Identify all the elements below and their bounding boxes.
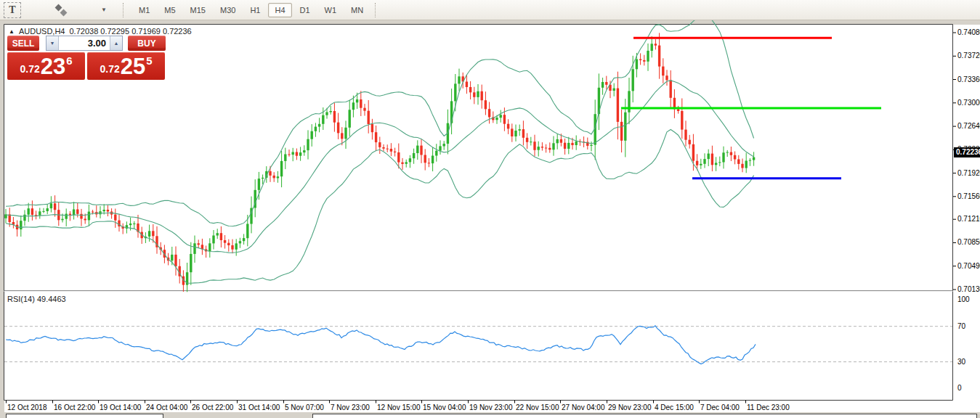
chart-header: ▲ AUDUSD,H4 0.72038 0.72295 0.71969 0.72… — [9, 27, 192, 36]
rsi-axis-label: 30 — [957, 358, 965, 366]
collapse-chart-icon[interactable]: ▲ — [9, 28, 15, 35]
spin-up-icon: ▲ — [114, 41, 119, 46]
price-axis-label: 0.71560 — [957, 192, 980, 200]
rsi-axis-label: 100 — [957, 295, 970, 303]
timeframe-button-m1[interactable]: M1 — [132, 3, 156, 17]
date-axis-label: 31 Oct 14:00 — [238, 403, 280, 411]
rsi-indicator-label: RSI(14) 49.4463 — [7, 295, 66, 303]
toolbar-separator — [123, 3, 127, 17]
buy-price-prefix: 0.72 — [100, 63, 119, 75]
arrows-icon — [55, 4, 62, 11]
minimized-window-bar[interactable] — [6, 414, 163, 418]
sell-price-pip: 6 — [66, 54, 72, 67]
chart-frame — [4, 25, 953, 401]
axis-ticks — [7, 33, 957, 403]
volume-input[interactable] — [59, 36, 110, 50]
buy-button[interactable]: BUY — [128, 36, 166, 51]
volume-decrease-button[interactable]: ▼ — [46, 36, 59, 50]
price-axis-label: 0.73720 — [957, 52, 980, 60]
date-axis-label: 29 Nov 23:00 — [608, 403, 652, 411]
sell-button[interactable]: SELL — [7, 36, 39, 51]
date-axis-label: 27 Nov 04:00 — [562, 403, 605, 411]
price-axis-label: 0.70490 — [957, 262, 980, 270]
price-axis-label: 0.70130 — [957, 285, 980, 293]
timeframe-toolbar: M1M5M15M30H1H4D1W1MN — [131, 3, 370, 17]
bottom-window-strip — [0, 412, 980, 418]
buy-price-pip: 5 — [146, 54, 152, 67]
date-axis-label: 12 Nov 15:00 — [377, 403, 421, 411]
timeframe-button-h4[interactable]: H4 — [268, 3, 291, 17]
price-axis-label: 0.70850 — [957, 238, 980, 246]
buy-price-button[interactable]: 0.72 25 5 — [87, 52, 165, 80]
timeframe-button-m5[interactable]: M5 — [158, 3, 182, 17]
buy-button-label: BUY — [137, 38, 155, 49]
timeframe-button-m15[interactable]: M15 — [184, 3, 212, 17]
buy-price-big: 25 — [121, 56, 145, 78]
spin-down-icon: ▼ — [50, 41, 55, 46]
price-axis-label: 0.72640 — [957, 122, 980, 130]
timeframe-button-m30[interactable]: M30 — [214, 3, 242, 17]
date-axis-label: 5 Nov 07:00 — [285, 403, 324, 411]
date-axis-label: 19 Nov 23:00 — [469, 403, 513, 411]
price-axis-label: 0.74080 — [957, 28, 980, 36]
sell-price-prefix: 0.72 — [20, 63, 39, 75]
minimized-window-bar[interactable] — [312, 414, 977, 418]
date-axis-label: 22 Nov 15:00 — [516, 403, 559, 411]
toolbar: T ▼ M1M5M15M30H1H4D1W1MN — [0, 0, 980, 20]
date-axis-label: 7 Nov 23:00 — [331, 403, 370, 411]
arrows-icon — [60, 9, 68, 16]
date-axis-label: 16 Oct 22:00 — [54, 403, 95, 411]
date-axis-label: 7 Dec 04:00 — [700, 403, 740, 411]
date-axis-label: 26 Oct 22:00 — [192, 403, 233, 411]
date-axis-label: 11 Dec 23:00 — [747, 403, 790, 411]
date-axis-label: 19 Oct 14:00 — [100, 403, 141, 411]
one-click-trade-panel: SELL ▼ ▲ BUY 0.72 23 6 0.72 25 5 — [7, 36, 166, 80]
date-axis-label: 12 Oct 2018 — [7, 403, 46, 411]
price-axis-label: 0.73000 — [957, 99, 980, 107]
volume-stepper: ▼ ▲ — [46, 36, 123, 51]
ohlc-values: 0.72038 0.72295 0.71969 0.72236 — [70, 27, 192, 36]
timeframe-button-h1[interactable]: H1 — [243, 3, 267, 17]
toolbar-separator — [375, 3, 379, 17]
arrows-tool-button[interactable] — [50, 2, 75, 18]
rsi-axis-label: 0 — [957, 384, 962, 392]
sell-price-big: 23 — [41, 56, 65, 78]
date-axis-label: 24 Oct 04:00 — [146, 403, 187, 411]
current-price-badge: 0.72236 — [954, 147, 980, 157]
date-axis-label: 15 Nov 04:00 — [423, 403, 466, 411]
timeframe-button-mn[interactable]: MN — [344, 3, 370, 17]
chevron-down-icon: ▼ — [101, 7, 107, 13]
volume-increase-button[interactable]: ▲ — [110, 36, 122, 50]
sell-price-button[interactable]: 0.72 23 6 — [7, 52, 85, 80]
arrows-dropdown-button[interactable]: ▼ — [95, 2, 113, 18]
rsi-axis-label: 70 — [957, 322, 965, 330]
timeframe-button-w1[interactable]: W1 — [318, 3, 344, 17]
rsi-indicator — [4, 326, 952, 364]
date-axis-label: 4 Dec 15:00 — [655, 403, 694, 411]
price-axis-label: 0.71210 — [957, 215, 980, 223]
symbol-title: AUDUSD,H4 — [19, 27, 65, 36]
text-label-tool-button[interactable]: T — [4, 2, 21, 18]
timeframe-button-d1[interactable]: D1 — [293, 3, 317, 17]
sell-button-label: SELL — [12, 38, 35, 49]
price-axis-label: 0.73360 — [957, 75, 980, 83]
price-axis-label: 0.71920 — [957, 169, 980, 177]
text-tool-icon: T — [9, 4, 15, 16]
